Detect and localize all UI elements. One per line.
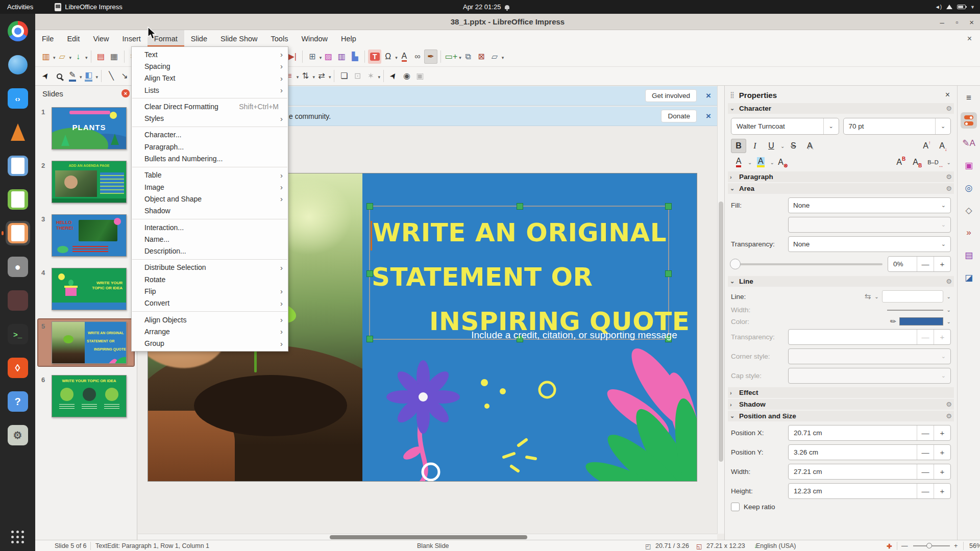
highlighting-color-button[interactable]: A [753,155,768,169]
section-paragraph[interactable]: › Paragraph ⚙ [728,171,954,182]
remove-direct-formatting-button[interactable]: A⊗ [775,155,791,169]
format-menu-item-arrange[interactable]: Arrange› [132,325,288,337]
horizontal-scrollbar[interactable] [138,534,717,540]
font-name-combo[interactable]: Walter Turncoat ⌄ [731,118,839,135]
close-document-button[interactable]: × [967,30,972,47]
dock-app-dark[interactable] [6,288,30,313]
lines-and-arrows-button[interactable]: ↘ [118,69,131,83]
insert-fontwork-button[interactable]: A [398,49,411,64]
duplicate-shape-button[interactable]: ⧉ [461,49,475,64]
line-style-preview[interactable] [882,290,943,303]
section-character[interactable]: ⌄ Character ⚙ [728,103,954,114]
open-file-button[interactable]: ▱ [56,49,69,64]
save-dropdown-icon[interactable]: ▾ [85,54,88,60]
position-x-spinner[interactable]: 20.71 cm — + [788,425,951,441]
insert-image-button[interactable]: ▨ [322,49,335,64]
menu-window[interactable]: Window [295,30,334,47]
window-title-bar[interactable]: 38_1.pptx - LibreOffice Impress – ▫ × [35,14,980,30]
format-menu-item-paragraph[interactable]: Paragraph... [132,141,288,153]
transparency-slider-knob[interactable] [730,259,741,269]
position-y-plus[interactable]: + [934,445,950,460]
superscript-button[interactable]: AB [893,155,909,169]
tab-styles[interactable]: ✎A [961,135,977,151]
zoom-slider[interactable] [913,545,950,546]
position-y-minus[interactable]: — [917,445,934,460]
insert-table-button[interactable]: ⊞ [306,49,319,64]
vertical-scrollbar[interactable] [717,86,724,534]
increase-font-size-button[interactable]: A↑ [919,139,935,153]
font-name-dropdown-icon[interactable]: ⌄ [823,118,839,134]
slide-thumbnail-4[interactable]: WRITE YOUR TOPIC OR IDEA [52,268,127,310]
line-style-dropdown-icon[interactable]: ⌄ [947,294,951,299]
edit-points-button[interactable]: ➤ [387,69,400,83]
insert-media-button[interactable]: ▥ [335,49,348,64]
handle-top-right[interactable] [665,203,672,210]
transparency-percent-spinner[interactable]: 0% — + [888,256,951,272]
save-button[interactable]: ↓ [71,49,85,64]
height-spinner[interactable]: 12.23 cm — + [788,483,951,499]
format-menu-item-spacing[interactable]: Spacing› [132,60,288,72]
format-menu-item-convert[interactable]: Convert› [132,297,288,309]
get-involved-button[interactable]: Get involved [645,89,697,102]
print-button[interactable]: ▦ [108,49,121,64]
menu-view[interactable]: View [86,30,115,47]
dock-chrome[interactable] [6,19,30,43]
position-y-spinner[interactable]: 3.26 cm — + [788,444,951,460]
close-banner-donate-icon[interactable]: × [706,111,711,121]
line-transparency-minus[interactable]: — [917,330,934,344]
tab-animation[interactable]: ▤ [961,247,977,263]
menu-tools[interactable]: Tools [264,30,295,47]
show-applications-button[interactable] [11,531,24,544]
width-plus[interactable]: + [934,464,950,479]
font-size-dropdown-icon[interactable]: ⌄ [935,118,950,134]
format-menu-item-clear-direct-formatting[interactable]: Clear Direct FormattingShift+Ctrl+M [132,101,288,112]
format-menu-item-group[interactable]: Group› [132,338,288,349]
handle-top-left[interactable] [366,203,373,210]
menu-insert[interactable]: Insert [116,30,148,47]
status-language[interactable]: English (USA) [756,540,796,551]
zoom-tool-button[interactable] [53,69,66,83]
menu-edit[interactable]: Edit [60,30,86,47]
zoom-in-button[interactable]: + [954,540,958,551]
format-menu-item-shadow[interactable]: Shadow [132,205,288,217]
close-banner-top-icon[interactable]: × [706,91,711,101]
tab-slide-transition[interactable]: » [961,224,977,241]
system-tray[interactable]: ◄) ▼ [935,4,975,10]
dock-app-blue-ball[interactable] [6,53,30,77]
keep-ratio-checkbox[interactable] [731,503,740,511]
format-menu-item-text[interactable]: Text› [132,48,288,60]
horizontal-scrollbar-thumb[interactable] [330,535,527,539]
format-menu-item-rotate[interactable]: Rotate [132,273,288,285]
new-shape-button[interactable]: ▭+ [444,49,458,64]
dock-libreoffice-calc[interactable] [6,187,30,212]
transparency-slider[interactable] [731,263,883,265]
slide-thumbnail-row-4[interactable]: 4WRITE YOUR TOPIC OR IDEA [38,266,134,312]
status-cursor-position[interactable]: 20.71 / 3.26 [655,540,689,551]
format-menu-item-lists[interactable]: Lists› [132,84,288,96]
section-area[interactable]: ⌄ Area ⚙ [728,183,954,194]
title-line-1[interactable]: WRITE AN ORIGINAL [373,218,667,247]
insert-special-character-button[interactable]: Ω [381,49,395,64]
character-spacing-button[interactable]: B–D↔ [926,155,945,169]
slide-thumbnail-2[interactable]: ADD AN AGENDA PAGE [52,161,127,203]
subscript-button[interactable]: AB [910,155,925,169]
text-shadow-toggle-button[interactable]: A [802,139,817,153]
line-color-button[interactable]: ✎ [66,69,79,83]
character-spacing-dropdown-icon[interactable]: ⌄ [947,160,951,165]
shapes-menu-button[interactable]: ▱ [488,49,501,64]
width-minus[interactable]: — [917,464,934,479]
distribute-horizontal-dropdown-icon[interactable]: ▾ [329,73,331,80]
slide-thumbnail-row-3[interactable]: 3HELLO THERE! [38,212,134,259]
line-settings-gear-icon[interactable]: ⚙ [946,278,952,285]
transparency-minus-button[interactable]: — [917,257,934,271]
export-pdf-button[interactable]: ▤ [94,49,108,64]
position-x-minus[interactable]: — [917,425,934,440]
fill-color-button[interactable]: ◧ [82,69,95,83]
activities-button[interactable]: Activities [7,3,33,11]
shadow-settings-gear-icon[interactable]: ⚙ [946,400,952,408]
dock-ubuntu-software[interactable]: ◊ [6,356,30,380]
slide-thumbnail-3[interactable]: HELLO THERE! [52,214,127,257]
zoom-percent[interactable]: 56% [969,540,980,551]
decrease-font-size-button[interactable]: A↓ [936,139,951,153]
format-menu-item-character[interactable]: Character... [132,129,288,141]
